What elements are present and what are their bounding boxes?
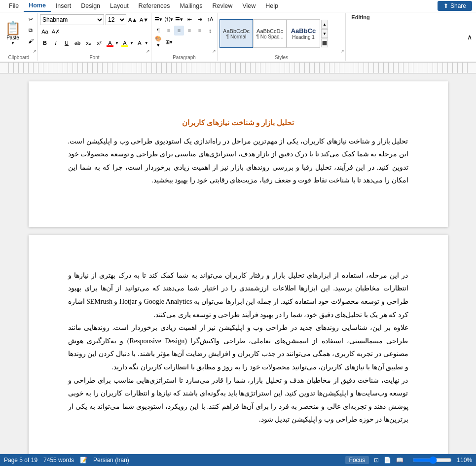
sort-button[interactable]: ↕A: [205, 14, 215, 24]
document-pages: تحلیل بازار و شناخت نیازهای کاربران تحلی…: [0, 73, 476, 466]
focus-label[interactable]: Focus: [345, 456, 369, 464]
decrease-font-button[interactable]: A▼: [139, 15, 149, 25]
text-shadow-arrow[interactable]: ▼: [145, 38, 148, 48]
page1-title: تحلیل بازار و شناخت نیازهای کاربران: [68, 116, 408, 130]
paste-icon: 📋: [5, 22, 21, 35]
styles-expand-icon[interactable]: ↗: [340, 49, 344, 54]
font-color-arrow[interactable]: ▼: [115, 38, 119, 48]
spelling-icon[interactable]: 📝: [80, 457, 87, 464]
align-justify-button[interactable]: ≡: [195, 26, 205, 36]
view-read-icon[interactable]: 📖: [396, 457, 403, 464]
zoom-slider-area: [412, 456, 452, 464]
zoom-slider[interactable]: [412, 456, 452, 464]
page-1: تحلیل بازار و شناخت نیازهای کاربران تحلی…: [29, 81, 448, 227]
superscript-button[interactable]: x²: [94, 38, 104, 48]
change-case-button[interactable]: Aa: [40, 27, 50, 36]
copy-button[interactable]: ⧉: [26, 25, 36, 35]
styles-scroll-up[interactable]: ▲: [321, 20, 328, 29]
view-web-icon[interactable]: ⊡: [374, 457, 379, 464]
word-count: 7455 words: [43, 457, 74, 464]
strikethrough-button[interactable]: ab: [73, 38, 82, 48]
subscript-button[interactable]: x₂: [83, 38, 93, 48]
show-marks-button[interactable]: ¶: [153, 26, 163, 36]
style-normal[interactable]: AaBbCcDc ¶ Normal: [220, 19, 253, 48]
editing-group: Editing: [346, 13, 375, 61]
increase-font-button[interactable]: A▲: [128, 15, 138, 25]
bullets-button[interactable]: ☰▾: [153, 14, 163, 24]
align-left-button[interactable]: ≡: [164, 26, 174, 36]
bold-button[interactable]: B: [40, 38, 50, 48]
styles-gallery: AaBbCcDc ¶ Normal AaBbCcDc ¶ No Spac... …: [220, 19, 328, 48]
ribbon-collapse: ∧: [465, 13, 476, 61]
tab-review[interactable]: Review: [207, 0, 237, 11]
increase-indent-button[interactable]: ⇥: [195, 14, 205, 24]
ruler: [0, 63, 476, 73]
paste-button[interactable]: 📋 Paste ▼: [2, 21, 24, 46]
styles-expand[interactable]: ⬛: [321, 38, 328, 47]
ribbon: File Home Insert Design Layout Reference…: [0, 0, 476, 63]
statusbar-right: Focus ⊡ 📄 📖 110%: [345, 456, 472, 464]
page2-body: در این مرحله، استفاده از ابزارهای تحلیل …: [68, 269, 408, 427]
share-icon: ⬆: [443, 2, 448, 9]
underline-button[interactable]: U: [62, 38, 72, 48]
document-container[interactable]: تحلیل بازار و شناخت نیازهای کاربران تحلی…: [0, 73, 476, 466]
tab-layout[interactable]: Layout: [105, 0, 134, 11]
font-color-button[interactable]: A: [105, 38, 115, 48]
cut-button[interactable]: ✂: [26, 14, 36, 24]
editing-content: Editing: [348, 14, 373, 27]
highlight-color-wrap: A ▼: [120, 38, 134, 48]
share-button[interactable]: ⬆ Share: [438, 1, 472, 11]
clipboard-group: 📋 Paste ▼ ✂ ⧉ 🖌 Clipboard ↗: [0, 13, 38, 61]
tab-insert[interactable]: Insert: [51, 0, 76, 11]
shading-button[interactable]: 🎨▾: [153, 37, 163, 47]
paragraph-group: ☰▾ ⑴▾ ☰▾ ⇤ ⇥ ↕A ¶ ≡ ≡ ≡ ≡ ↕ 🎨▾ ⊞▾: [151, 13, 218, 61]
view-print-icon[interactable]: 📄: [384, 457, 391, 464]
highlight-color-arrow[interactable]: ▼: [130, 38, 134, 48]
statusbar: Page 5 of 19 7455 words 📝 Persian (Iran)…: [0, 454, 476, 466]
paragraph-expand-icon[interactable]: ↗: [212, 49, 216, 54]
page1-body: تحلیل بازار و شناخت نیازهای کاربران، یکی…: [68, 135, 408, 187]
tab-design[interactable]: Design: [76, 0, 105, 11]
font-name-select[interactable]: Shabnam: [40, 14, 104, 25]
font-size-select[interactable]: 12: [106, 14, 126, 25]
ribbon-tabs: File Home Insert Design Layout Reference…: [0, 0, 476, 12]
text-shadow-wrap: A ▼: [135, 38, 148, 48]
style-heading1[interactable]: AaBbCc Heading 1: [287, 19, 320, 48]
tab-file[interactable]: File: [4, 0, 24, 11]
font-group: Shabnam 12 A▲ A▼ Aa A✗ B I U ab: [38, 13, 151, 61]
zoom-percent: 110%: [457, 457, 472, 464]
highlight-color-button[interactable]: A: [120, 38, 130, 48]
multilevel-list-button[interactable]: ☰▾: [174, 14, 184, 24]
language: Persian (Iran): [93, 457, 129, 464]
tab-home[interactable]: Home: [24, 0, 51, 12]
page-info: Page 5 of 19: [4, 457, 37, 464]
tab-references[interactable]: References: [134, 0, 175, 11]
styles-scroll: ▲ ▼ ⬛: [321, 20, 328, 47]
align-center-button[interactable]: ≡: [174, 26, 184, 36]
clear-format-button[interactable]: A✗: [51, 27, 61, 36]
borders-button[interactable]: ⊞▾: [164, 37, 174, 47]
collapse-ribbon-button[interactable]: ∧: [465, 17, 474, 57]
font-color-wrap: A ▼: [105, 38, 119, 48]
decrease-indent-button[interactable]: ⇤: [184, 14, 194, 24]
paste-dropdown-icon: ▼: [11, 41, 15, 45]
align-right-button[interactable]: ≡: [184, 26, 194, 36]
font-expand-icon[interactable]: ↗: [146, 49, 150, 54]
styles-scroll-down[interactable]: ▼: [321, 29, 328, 38]
text-shadow-button[interactable]: A: [135, 38, 145, 48]
italic-button[interactable]: I: [51, 38, 61, 48]
clipboard-expand-icon[interactable]: ↗: [33, 49, 37, 54]
ruler-marks: [4, 63, 472, 73]
styles-group: AaBbCcDc ¶ Normal AaBbCcDc ¶ No Spac... …: [218, 13, 346, 61]
page-2: در این مرحله، استفاده از ابزارهای تحلیل …: [29, 235, 448, 466]
numbering-button[interactable]: ⑴▾: [164, 14, 174, 24]
ribbon-body: 📋 Paste ▼ ✂ ⧉ 🖌 Clipboard ↗ Shabnam: [0, 12, 476, 62]
style-no-spacing[interactable]: AaBbCcDc ¶ No Spac...: [253, 19, 287, 48]
line-spacing-button[interactable]: ↕: [205, 26, 215, 36]
tab-help[interactable]: Help: [260, 0, 283, 11]
tab-mailings[interactable]: Mailings: [175, 0, 208, 11]
tab-view[interactable]: View: [237, 0, 260, 11]
format-painter-button[interactable]: 🖌: [26, 36, 36, 46]
